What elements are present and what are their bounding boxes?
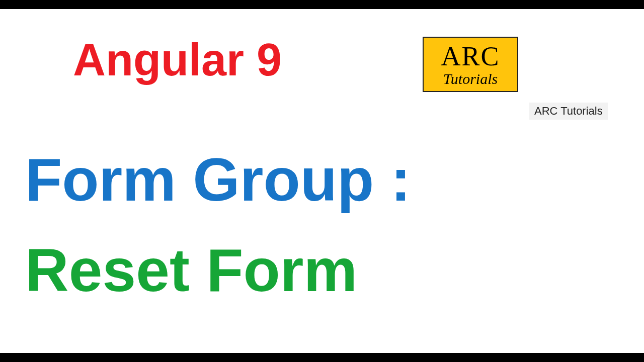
subtitle-line-1: Form Group :: [25, 145, 411, 214]
title-text: Angular 9: [73, 34, 282, 86]
logo-arc-text: ARC: [441, 42, 500, 71]
watermark-label: ARC Tutorials: [529, 103, 608, 120]
logo-tutorials-text: Tutorials: [443, 71, 498, 87]
subtitle-line-2: Reset Form: [25, 235, 357, 305]
channel-logo: ARC Tutorials: [423, 37, 518, 92]
slide-canvas: Angular 9 ARC Tutorials ARC Tutorials Fo…: [0, 9, 644, 353]
